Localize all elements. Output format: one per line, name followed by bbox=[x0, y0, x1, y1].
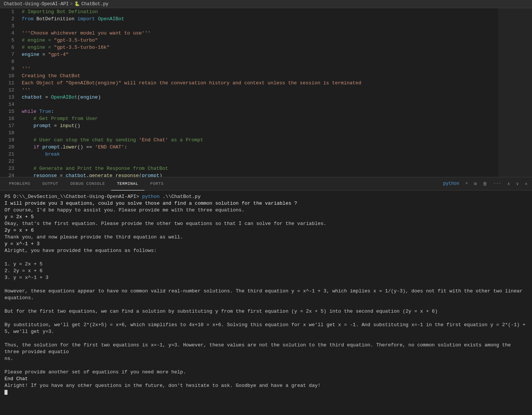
code-line-4: '''Choose whichever model you want to us… bbox=[22, 30, 532, 37]
terminal-line-19 bbox=[5, 335, 527, 342]
code-line-5: # engine = "gpt-3.5-turbo" bbox=[22, 37, 532, 44]
terminal-line-22: Please provide another set of equations … bbox=[5, 369, 527, 376]
terminal-line-16: But for the first two equations, we can … bbox=[5, 308, 527, 315]
new-terminal-button[interactable]: + bbox=[464, 180, 469, 187]
code-line-9: ''' bbox=[22, 65, 532, 72]
terminal-line-13 bbox=[5, 281, 527, 288]
terminal-line-6: Thank you, and now please provide the th… bbox=[5, 234, 527, 241]
terminal-line-11: 2. 2y = x + 6 bbox=[5, 268, 527, 274]
python-file-icon: 🐍 bbox=[74, 1, 80, 7]
code-line-21: break bbox=[22, 151, 532, 158]
breadcrumb-folder: Chatbot-Using-OpenAI-API bbox=[4, 1, 69, 7]
terminal-line-5: 2y = x + 6 bbox=[5, 227, 527, 234]
breadcrumb-file: ChatBot.py bbox=[81, 1, 108, 7]
terminal-line-2: Of course, I'd be happy to assist you. P… bbox=[5, 207, 527, 214]
tab-debug-console[interactable]: DEBUG CONSOLE bbox=[64, 177, 111, 190]
panel-area: PROBLEMS OUTPUT DEBUG CONSOLE TERMINAL P… bbox=[0, 177, 532, 415]
kill-terminal-button[interactable]: 🗑 bbox=[481, 180, 489, 187]
tab-problems[interactable]: PROBLEMS bbox=[3, 177, 36, 190]
terminal-line-12: 3. y = x^-1 + 3 bbox=[5, 274, 527, 281]
terminal-prompt-line: PS D:\\_DevSection_\\Chatbot-Using-OpenA… bbox=[5, 193, 527, 200]
terminal-content[interactable]: PS D:\\_DevSection_\\Chatbot-Using-OpenA… bbox=[0, 190, 532, 415]
terminal-line-23: End Chat bbox=[5, 376, 527, 382]
panel-tabs: PROBLEMS OUTPUT DEBUG CONSOLE TERMINAL P… bbox=[0, 177, 532, 190]
code-line-23: # Generate and Print the Response from C… bbox=[22, 165, 532, 172]
code-line-17: prompt = input() bbox=[22, 122, 532, 129]
editor-area: 12345 678910 1112131415 1617181920 21222… bbox=[0, 8, 532, 177]
tab-output[interactable]: OUTPUT bbox=[36, 177, 65, 190]
code-line-20: if prompt.lower() == 'END CHAT': bbox=[22, 144, 532, 151]
terminal-line-21 bbox=[5, 362, 527, 369]
code-line-15: while True: bbox=[22, 108, 532, 115]
tab-ports[interactable]: PORTS bbox=[144, 177, 170, 190]
panel-tab-actions: python + ⊞ 🗑 ··· ∧ ∨ ✕ bbox=[442, 180, 529, 187]
terminal-cursor-line bbox=[5, 389, 527, 396]
terminal-line-15 bbox=[5, 301, 527, 308]
more-actions-button[interactable]: ··· bbox=[492, 180, 503, 187]
code-line-18 bbox=[22, 129, 532, 136]
terminal-line-14: However, these equations appear to have … bbox=[5, 288, 527, 301]
breadcrumb-sep1: > bbox=[70, 1, 73, 7]
terminal-line-8: Alright, you have provided the equations… bbox=[5, 247, 527, 254]
code-line-19: # User can stop the chat by sending 'End… bbox=[22, 136, 532, 144]
code-line-14 bbox=[22, 101, 532, 108]
code-line-22 bbox=[22, 158, 532, 165]
terminal-line-3: y = 2x + 5 bbox=[5, 214, 527, 220]
terminal-line-10: 1. y = 2x + 5 bbox=[5, 261, 527, 268]
terminal-line-18: By substitution, we'll get 2*(2x+5) = x+… bbox=[5, 322, 527, 335]
minimap: # Importing Bot Defination from BotDefin… bbox=[498, 8, 532, 177]
terminal-line-24: Alright! If you have any other questions… bbox=[5, 382, 527, 389]
code-line-13: chatbot = OpenAIBot(engine) bbox=[22, 94, 532, 101]
code-line-10: Creating the ChatBot bbox=[22, 72, 532, 79]
panel-close-button[interactable]: ✕ bbox=[523, 180, 529, 187]
split-terminal-button[interactable]: ⊞ bbox=[472, 180, 478, 187]
code-line-8 bbox=[22, 58, 532, 65]
code-line-16: # Get Prompt from User bbox=[22, 115, 532, 122]
code-line-11: Each Object of "OpenAIBot(engine)" will … bbox=[22, 79, 532, 87]
panel-collapse-button[interactable]: ∧ bbox=[506, 180, 511, 187]
code-editor[interactable]: # Importing Bot Defination from BotDefin… bbox=[19, 8, 532, 177]
terminal-line-4: Okay, that's the first equation. Please … bbox=[5, 220, 527, 227]
tab-terminal[interactable]: TERMINAL bbox=[111, 177, 144, 190]
code-line-3 bbox=[22, 22, 532, 30]
code-line-6: # engine = "gpt-3.5-turbo-16k" bbox=[22, 44, 532, 51]
terminal-line-20: Thus, the solution for the first two equ… bbox=[5, 342, 527, 362]
terminal-line-7: y = x^-1 + 3 bbox=[5, 241, 527, 247]
panel-expand-button[interactable]: ∨ bbox=[515, 180, 520, 187]
python-label: python bbox=[442, 180, 461, 187]
terminal-line-9 bbox=[5, 254, 527, 261]
code-line-1: # Importing Bot Defination bbox=[22, 8, 532, 15]
code-line-2: from BotDefinition import OpenAIBot bbox=[22, 15, 532, 22]
code-line-7: engine = "gpt-4" bbox=[22, 51, 532, 58]
code-line-24: response = chatbot.generate_response(pro… bbox=[22, 172, 532, 177]
line-numbers: 12345 678910 1112131415 1617181920 21222… bbox=[0, 8, 19, 177]
title-bar: Chatbot-Using-OpenAI-API > 🐍 ChatBot.py bbox=[0, 0, 532, 8]
code-line-12: ''' bbox=[22, 87, 532, 94]
terminal-line-1: I will provide you 3 equations, could yo… bbox=[5, 200, 527, 207]
terminal-cursor bbox=[5, 390, 8, 395]
breadcrumb: Chatbot-Using-OpenAI-API > 🐍 ChatBot.py bbox=[4, 1, 108, 7]
terminal-line-17 bbox=[5, 315, 527, 322]
